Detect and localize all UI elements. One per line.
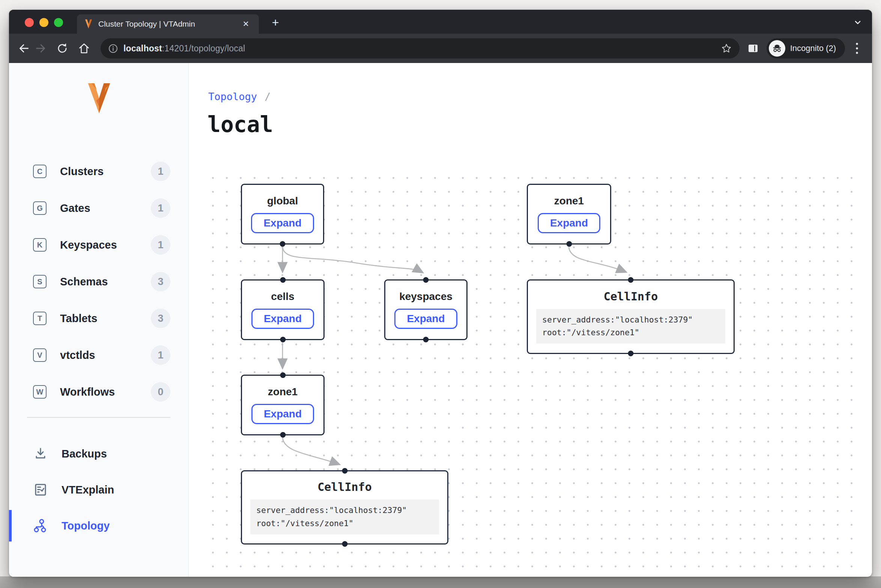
url-text: localhost:14201/topology/local <box>123 44 245 54</box>
minimize-window-button[interactable] <box>39 18 48 27</box>
sidebar-item-tablets[interactable]: T Tablets 3 <box>9 300 188 337</box>
expand-button[interactable]: Expand <box>251 309 314 329</box>
node-keyspaces[interactable]: keyspaces Expand <box>384 279 468 340</box>
node-cellinfo-right[interactable]: CellInfo server_address:"localhost:2379"… <box>527 279 735 354</box>
expand-button[interactable]: Expand <box>538 213 600 233</box>
port <box>628 351 634 356</box>
new-tab-button[interactable]: + <box>268 15 283 30</box>
node-zone1-lower[interactable]: zone1 Expand <box>241 375 325 435</box>
sidebar-divider <box>27 417 170 418</box>
topology-icon <box>33 518 48 533</box>
site-info-icon[interactable] <box>108 44 118 54</box>
incognito-profile-chip[interactable]: Incognito (2) <box>767 38 845 58</box>
node-cellinfo-bottom[interactable]: CellInfo server_address:"localhost:2379"… <box>241 470 448 544</box>
sidebar-item-vtctlds[interactable]: V vtctlds 1 <box>9 337 188 374</box>
home-icon[interactable] <box>76 40 92 57</box>
page-content: C Clusters 1 G Gates 1 K Keyspaces 1 <box>9 63 872 577</box>
cellinfo-code: server_address:"localhost:2379"root:"/vi… <box>536 309 725 344</box>
schemas-count-badge: 3 <box>151 272 170 291</box>
node-cells[interactable]: cells Expand <box>241 279 325 340</box>
vtctlds-letter-icon: V <box>33 348 47 362</box>
download-icon <box>33 446 48 461</box>
bookmark-star-icon[interactable] <box>721 43 732 54</box>
incognito-label: Incognito (2) <box>790 44 836 53</box>
desktop-bottom-strip <box>0 576 881 588</box>
vtctlds-count-badge: 1 <box>151 345 170 365</box>
browser-window: Cluster Topology | VTAdmin ✕ + <box>9 10 872 577</box>
sidebar-item-backups[interactable]: Backups <box>9 436 188 472</box>
active-indicator <box>9 510 12 542</box>
workflows-count-badge: 0 <box>151 382 170 402</box>
tab-title: Cluster Topology | VTAdmin <box>98 20 240 28</box>
port <box>280 372 286 378</box>
port <box>342 468 347 474</box>
gates-letter-icon: G <box>33 201 47 215</box>
port <box>423 337 429 342</box>
browser-toolbar: localhost:14201/topology/local <box>9 34 872 63</box>
clusters-letter-icon: C <box>33 165 47 178</box>
document-check-icon <box>33 482 48 497</box>
url-host: localhost <box>123 44 162 53</box>
tab-search-chevron-icon[interactable] <box>852 17 863 28</box>
port <box>342 541 347 547</box>
zoom-window-button[interactable] <box>54 18 63 27</box>
breadcrumb: Topology/ <box>208 91 271 102</box>
port <box>280 337 286 342</box>
breadcrumb-topology-link[interactable]: Topology <box>208 91 257 102</box>
sidebar-item-gates[interactable]: G Gates 1 <box>9 190 188 226</box>
cellinfo-code: server_address:"localhost:2379"root:"/vi… <box>250 500 439 534</box>
gates-count-badge: 1 <box>151 198 170 218</box>
topology-view: Topology/ local <box>189 63 872 577</box>
sidebar: C Clusters 1 G Gates 1 K Keyspaces 1 <box>9 63 189 577</box>
side-panel-icon[interactable] <box>745 40 761 57</box>
node-global[interactable]: global Expand <box>241 184 324 244</box>
reload-icon[interactable] <box>54 40 71 57</box>
tab-close-icon[interactable]: ✕ <box>240 19 251 29</box>
port <box>628 277 634 283</box>
expand-button[interactable]: Expand <box>251 213 314 233</box>
port <box>280 277 286 283</box>
sidebar-tools: Backups VTExplain <box>9 436 188 544</box>
expand-button[interactable]: Expand <box>251 404 314 424</box>
sidebar-item-keyspaces[interactable]: K Keyspaces 1 <box>9 226 188 263</box>
node-zone1-top[interactable]: zone1 Expand <box>527 184 611 244</box>
incognito-icon <box>769 40 785 57</box>
port <box>280 241 286 247</box>
schemas-letter-icon: S <box>33 275 47 288</box>
forward-icon[interactable] <box>32 40 49 57</box>
page-title: local <box>207 112 273 137</box>
clusters-count-badge: 1 <box>151 162 170 181</box>
sidebar-item-clusters[interactable]: C Clusters 1 <box>9 153 188 190</box>
keyspaces-letter-icon: K <box>33 238 47 252</box>
sidebar-item-topology[interactable]: Topology <box>9 508 188 544</box>
back-icon[interactable] <box>16 40 32 57</box>
port <box>280 432 286 438</box>
vitess-favicon-icon <box>84 19 93 29</box>
port <box>566 241 572 247</box>
keyspaces-count-badge: 1 <box>151 235 170 255</box>
close-window-button[interactable] <box>25 18 34 27</box>
url-path: :14201/topology/local <box>162 44 245 53</box>
sidebar-item-schemas[interactable]: S Schemas 3 <box>9 263 188 300</box>
browser-menu-icon[interactable] <box>850 40 864 57</box>
vitess-logo <box>83 82 115 114</box>
port <box>423 277 429 283</box>
address-bar[interactable]: localhost:14201/topology/local <box>101 38 740 58</box>
workflows-letter-icon: W <box>33 385 47 399</box>
sidebar-item-workflows[interactable]: W Workflows 0 <box>9 374 188 410</box>
breadcrumb-separator: / <box>265 91 271 102</box>
desktop: Cluster Topology | VTAdmin ✕ + <box>0 0 881 588</box>
sidebar-item-vtexplain[interactable]: VTExplain <box>9 472 188 508</box>
sidebar-nav: C Clusters 1 G Gates 1 K Keyspaces 1 <box>9 153 188 544</box>
tab-strip: Cluster Topology | VTAdmin ✕ + <box>9 10 872 34</box>
expand-button[interactable]: Expand <box>394 309 457 329</box>
tablets-letter-icon: T <box>33 312 47 325</box>
browser-tab[interactable]: Cluster Topology | VTAdmin ✕ <box>77 14 259 34</box>
tablets-count-badge: 3 <box>151 309 170 328</box>
